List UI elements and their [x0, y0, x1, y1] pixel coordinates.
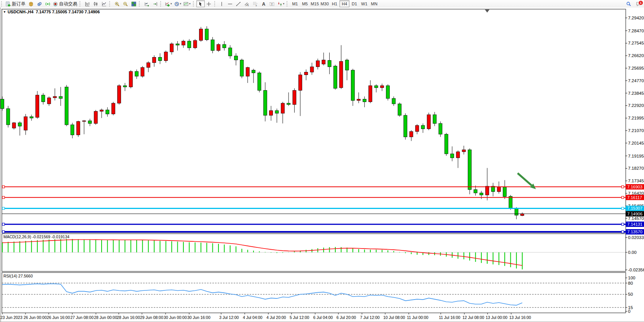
line-handle[interactable]	[622, 223, 624, 225]
tile-windows-button[interactable]	[129, 0, 138, 7]
new-order-button[interactable]: 新订单	[5, 0, 27, 7]
chart-title-collapse-icon[interactable]: ▼	[3, 10, 6, 14]
fibonacci-button[interactable]: F	[251, 0, 260, 7]
bar-chart-mode-button[interactable]	[83, 0, 91, 7]
toolbar-group-grip[interactable]	[214, 1, 216, 6]
time-tick-label: 5 Jul 12:00	[290, 315, 309, 320]
auto-scroll-button[interactable]	[142, 0, 151, 7]
line-handle[interactable]	[2, 186, 5, 188]
timeframe-m30-button[interactable]: M30	[320, 0, 330, 7]
price-tick-label: 7.14570	[628, 216, 644, 221]
toolbar-group-grip[interactable]	[287, 1, 289, 6]
toolbar-group-grip[interactable]	[80, 1, 81, 6]
toolbar-group-grip[interactable]	[139, 1, 141, 6]
line-handle[interactable]	[622, 196, 624, 199]
price-axis[interactable]: 7.294207.284707.275457.266207.256957.247…	[625, 16, 644, 221]
line-handle[interactable]	[2, 223, 5, 225]
dropdown-caret-icon[interactable]: ▾	[180, 2, 182, 5]
text-icon: A	[261, 2, 266, 6]
price-tag-label: 7.13570	[627, 230, 642, 234]
candlestick-mode-button[interactable]	[91, 0, 100, 7]
dropdown-caret-icon[interactable]: ▾	[283, 2, 285, 5]
terminal-button[interactable]	[35, 0, 43, 7]
autotrading-button[interactable]: 自动交易	[52, 0, 78, 7]
toolbar-group-grip[interactable]	[1, 1, 3, 6]
price-tick-label: 7.25695	[628, 66, 644, 70]
time-axis[interactable]: 23 Jun 202326 Jun 00:0026 Jun 16:0027 Ju…	[0, 313, 531, 320]
dropdown-caret-icon[interactable]: ▾	[189, 2, 191, 5]
line-handle[interactable]	[622, 207, 624, 209]
timeframe-d1-button[interactable]: D1	[349, 0, 359, 7]
line-handle[interactable]	[622, 186, 624, 188]
timeframe-h1-button[interactable]: H1	[330, 0, 340, 7]
line-handle[interactable]	[2, 196, 5, 199]
signals-button[interactable]	[43, 0, 52, 7]
zoom-in-button[interactable]	[113, 0, 121, 7]
metaeditor-button[interactable]	[27, 0, 35, 7]
line-handle[interactable]	[2, 231, 5, 233]
time-tick-label: 10 Jul 08:00	[383, 315, 405, 320]
periods-button[interactable]: ▾	[173, 0, 183, 7]
candle	[404, 113, 407, 140]
timeframe-m1-button[interactable]: M1	[290, 0, 300, 7]
toolbar-group-grip[interactable]	[109, 1, 111, 6]
horizontal-line-button[interactable]	[226, 0, 234, 7]
panel-splitter[interactable]	[0, 272, 644, 272]
timeframe-mn-button[interactable]: MN	[369, 0, 379, 7]
timeframe-w1-button[interactable]: W1	[359, 0, 369, 7]
cursor-button[interactable]	[196, 0, 205, 7]
label-icon: T	[269, 2, 274, 6]
price-tag-label: 7.16903	[627, 185, 642, 189]
timeframe-m15-button[interactable]: M15	[310, 0, 320, 7]
price-tick-label: 7.21995	[628, 116, 644, 120]
chart-shift-button[interactable]	[151, 0, 159, 7]
line-chart-mode-button[interactable]	[100, 0, 108, 7]
new-order-button-label: 新订单	[12, 1, 26, 7]
time-tick-label: 30 Jun 00:00	[164, 315, 187, 320]
chart-canvas[interactable]: 7.294207.284707.275457.266207.256957.247…	[0, 8, 644, 322]
arrows-button[interactable]: ▾	[276, 0, 286, 7]
equidistant-channel-button[interactable]: E	[243, 0, 251, 7]
zoom-out-button[interactable]	[121, 0, 129, 7]
chat-button[interactable]: 1	[634, 0, 642, 7]
time-tick-label: 13 Jul 00:00	[486, 315, 507, 320]
text-label-button[interactable]: T	[268, 0, 276, 7]
price-tick-label: 7.21070	[628, 128, 644, 133]
crosshair-button[interactable]	[205, 0, 213, 7]
vertical-line-button[interactable]	[218, 0, 226, 7]
price-tick-label: 7.17345	[628, 179, 644, 183]
price-tick-label: 7.23845	[628, 91, 644, 96]
bars-mode-icon	[85, 2, 90, 6]
time-tick-label: 3 Jul 12:00	[219, 315, 239, 320]
time-tick-label: 12 Jul 08:00	[462, 315, 484, 320]
toolbar-group-grip[interactable]	[193, 1, 195, 6]
arrows-icon	[277, 2, 282, 6]
line-handle[interactable]	[2, 207, 5, 209]
line-handle[interactable]	[622, 231, 624, 233]
price-tick-label: 7.19195	[628, 154, 644, 158]
dropdown-caret-icon[interactable]: ▾	[171, 2, 172, 5]
timeframe-m5-button[interactable]: M5	[300, 0, 310, 7]
time-tick-label: 27 Jun 08:00	[70, 315, 94, 320]
time-tick-label: 11 Jul 00:00	[407, 315, 429, 320]
rsi-axis-label: 50	[628, 292, 633, 296]
price-tag-label: 7.14131	[627, 222, 642, 226]
search-button[interactable]	[624, 0, 633, 7]
line-mode-icon	[102, 2, 107, 6]
text-button[interactable]: A	[260, 0, 268, 7]
time-tick-label: 6 Jul 20:00	[336, 315, 356, 320]
timeframe-h4-button[interactable]: H4	[340, 0, 349, 7]
time-tick-label: 26 Jun 00:00	[24, 315, 47, 320]
candle	[445, 133, 448, 156]
templates-button[interactable]: ▾	[182, 0, 192, 7]
macd-axis: 0.0203320.00-0.023565	[625, 235, 644, 272]
indicators-button[interactable]: ▾	[164, 0, 173, 7]
trendline-button[interactable]	[234, 0, 243, 7]
candle	[258, 72, 261, 92]
toolbar-group-grip[interactable]	[160, 1, 162, 6]
panel-splitter[interactable]	[0, 233, 644, 233]
time-tick-label: 7 Jul 12:00	[360, 315, 380, 320]
price-tick-label: 7.28470	[628, 29, 644, 33]
candle	[217, 43, 220, 52]
svg-text:F: F	[256, 4, 257, 6]
